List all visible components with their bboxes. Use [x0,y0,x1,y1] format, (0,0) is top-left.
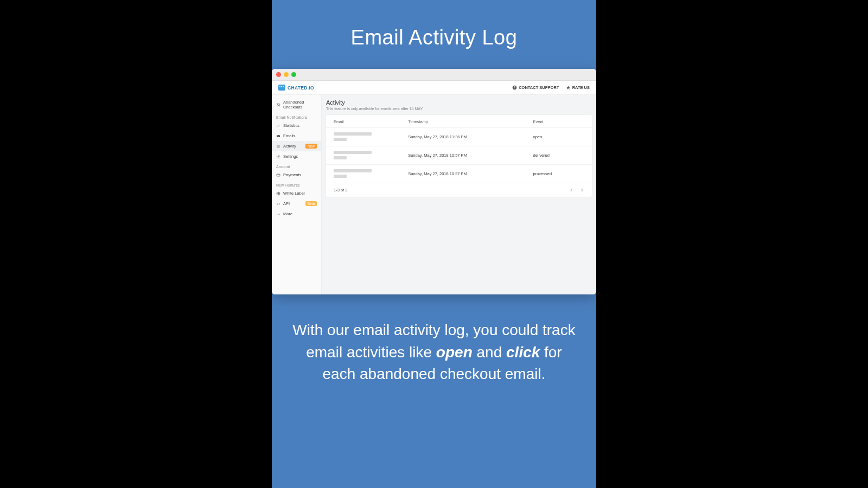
sidebar-heading-account: Account [272,162,321,170]
redacted-email [334,151,372,154]
col-timestamp: Timestamp [400,115,525,128]
chevron-left-icon[interactable] [569,188,574,192]
list-icon [276,144,280,149]
table-row: Sunday, May 27, 2018 10:57 PM processed [326,165,592,183]
window-titlebar [272,69,596,81]
cell-event: processed [525,165,592,183]
promo-card: Email Activity Log CHATED.IO ? CONTACT S… [272,0,596,488]
sidebar-item-api[interactable]: API Beta [272,198,321,209]
sidebar-item-settings[interactable]: Settings [272,151,321,162]
chevron-right-icon[interactable] [579,188,584,192]
gear-icon [276,155,280,159]
code-icon [276,202,280,206]
pagination: 1-3 of 3 [334,188,584,192]
svg-point-5 [278,156,279,157]
sidebar-item-abandoned-checkouts[interactable]: Abandoned Checkouts [272,97,321,112]
globe-icon [276,191,280,196]
svg-rect-6 [277,174,280,176]
redacted-email [334,156,347,159]
cell-event: open [525,128,592,146]
cell-timestamp: Sunday, May 27, 2018 10:57 PM [400,165,525,183]
page-title: Activity [326,99,592,106]
cell-timestamp: Sunday, May 27, 2018 11:36 PM [400,128,525,146]
sidebar-item-statistics[interactable]: Statistics [272,120,321,131]
sidebar-item-activity[interactable]: Activity New [272,141,321,151]
activity-table: Email Timestamp Event Sunday, May 27, 20… [326,115,592,197]
cart-icon [276,102,280,107]
activity-table-card: Email Timestamp Event Sunday, May 27, 20… [326,115,592,197]
rate-us-link[interactable]: RATE US [566,85,590,90]
close-icon[interactable] [276,72,281,77]
svg-point-3 [279,106,280,106]
more-icon [276,212,280,216]
redacted-email [334,175,347,178]
beta-badge: Beta [305,201,317,206]
col-event: Event [525,115,592,128]
svg-point-10 [279,214,280,214]
svg-text:?: ? [514,86,515,89]
brand-logo[interactable]: CHATED.IO [278,85,314,91]
chat-bubble-icon [278,85,285,91]
pager-range: 1-3 of 3 [334,188,347,192]
chart-icon [276,124,280,128]
contact-support-link[interactable]: ? CONTACT SUPPORT [512,85,559,90]
sidebar: Abandoned Checkouts Email Notifications … [272,95,322,294]
svg-point-8 [277,214,277,214]
svg-rect-4 [277,135,280,137]
star-icon [566,85,571,90]
svg-point-2 [278,106,278,106]
topbar: CHATED.IO ? CONTACT SUPPORT RATE US [272,81,596,95]
maximize-icon[interactable] [291,72,296,77]
minimize-icon[interactable] [284,72,289,77]
table-row: Sunday, May 27, 2018 10:57 PM delivered [326,146,592,165]
main-content: Activity This feature is only available … [322,95,596,294]
app-window: CHATED.IO ? CONTACT SUPPORT RATE US Aban… [272,69,596,294]
table-row: Sunday, May 27, 2018 11:36 PM open [326,128,592,146]
col-email: Email [326,115,400,128]
envelope-icon [276,134,280,138]
cell-timestamp: Sunday, May 27, 2018 10:57 PM [400,146,525,165]
sidebar-item-more[interactable]: More [272,209,321,219]
new-badge: New [305,144,317,149]
promo-description: With our email activity log, you could t… [272,319,596,386]
redacted-email [334,138,347,141]
sidebar-heading-features: New Features [272,180,321,188]
promo-title: Email Activity Log [351,26,518,49]
redacted-email [334,132,372,136]
sidebar-heading-email: Email Notifications [272,112,321,120]
sidebar-item-white-label[interactable]: White Label [272,188,321,198]
cell-event: delivered [525,146,592,165]
page-subtitle: This feature is only available for email… [326,107,592,111]
help-icon: ? [512,85,517,90]
svg-point-9 [278,214,278,214]
brand-name: CHATED.IO [288,85,314,91]
redacted-email [334,169,372,172]
sidebar-item-emails[interactable]: Emails [272,131,321,141]
card-icon [276,173,280,177]
app-frame: CHATED.IO ? CONTACT SUPPORT RATE US Aban… [272,81,596,294]
sidebar-item-payments[interactable]: Payments [272,170,321,180]
